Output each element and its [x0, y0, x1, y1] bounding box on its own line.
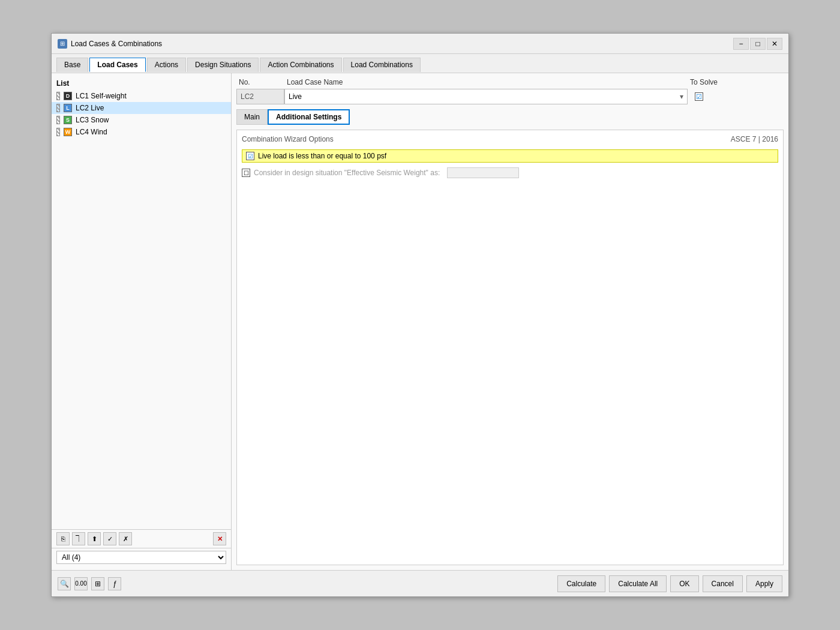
tab-load-combinations[interactable]: Load Combinations	[343, 58, 421, 72]
lc2-stripe	[56, 104, 60, 112]
tab-additional-settings[interactable]: Additional Settings	[268, 109, 350, 125]
main-window: ⊞ Load Cases & Combinations − □ ✕ Base L…	[51, 33, 789, 597]
function-icon-button[interactable]: ƒ	[108, 577, 121, 590]
lc4-label: LC4 Wind	[76, 128, 226, 136]
copy-button[interactable]: ⎘	[56, 532, 70, 545]
lc4-stripe	[56, 128, 60, 136]
sidebar-filter: All (4)	[52, 548, 231, 566]
lc1-color-box: D	[64, 92, 72, 100]
column-headers: No. Load Case Name To Solve	[236, 78, 784, 86]
window-title: Load Cases & Combinations	[71, 40, 162, 48]
close-button[interactable]: ✕	[767, 38, 782, 50]
sidebar-header: List	[52, 77, 231, 90]
tab-load-cases[interactable]: Load Cases	[89, 58, 145, 72]
number-icon-button[interactable]: 0.00	[74, 577, 88, 590]
list-item-lc1[interactable]: D LC1 Self-weight	[52, 90, 231, 102]
bottom-left: 🔍 0.00 ⊞ ƒ	[58, 577, 121, 590]
list-item-lc4[interactable]: W LC4 Wind	[52, 126, 231, 138]
minimize-button[interactable]: −	[733, 38, 749, 50]
bottom-right: Calculate Calculate All OK Cancel Apply	[557, 575, 782, 592]
wizard-title: Combination Wizard Options	[242, 135, 334, 143]
seismic-label: Consider in design situation "Effective …	[254, 169, 440, 177]
lc-name-dropdown[interactable]: Live ▾	[284, 89, 688, 104]
search-icon-button[interactable]: 🔍	[58, 577, 71, 590]
seismic-checkbox[interactable]: ☐	[242, 169, 250, 177]
sidebar-toolbar: ⎘ ⏋ ⬆ ✓ ✗ ✕	[52, 529, 231, 548]
cancel-button[interactable]: Cancel	[703, 575, 743, 592]
ok-button[interactable]: OK	[670, 575, 698, 592]
content-panel: No. Load Case Name To Solve LC2 Live ▾ ☑…	[232, 73, 788, 570]
lc-solve-cell: ☑	[688, 89, 784, 104]
col-solve-label: To Solve	[688, 78, 784, 86]
tab-actions[interactable]: Actions	[147, 58, 186, 72]
table-icon-button[interactable]: ⊞	[91, 577, 104, 590]
lc3-stripe	[56, 116, 60, 124]
maximize-button[interactable]: □	[750, 38, 766, 50]
tab-action-combinations[interactable]: Action Combinations	[260, 58, 341, 72]
dropdown-arrow-icon: ▾	[680, 92, 683, 101]
lc-number-display: LC2	[236, 89, 284, 104]
tab-design-situations[interactable]: Design Situations	[187, 58, 259, 72]
title-bar-left: ⊞ Load Cases & Combinations	[58, 39, 162, 49]
main-content: List D LC1 Self-weight L LC2 Live S LC3 …	[52, 73, 788, 570]
list-item-lc3[interactable]: S LC3 Snow	[52, 114, 231, 126]
import-button[interactable]: ⬆	[88, 532, 101, 545]
selected-row: LC2 Live ▾ ☑	[236, 89, 784, 104]
lc2-color-box: L	[64, 104, 72, 112]
title-bar: ⊞ Load Cases & Combinations − □ ✕	[52, 34, 788, 54]
lc1-stripe	[56, 92, 60, 100]
live-load-checkbox[interactable]: ☑	[246, 152, 254, 160]
paste-button[interactable]: ⏋	[72, 532, 85, 545]
wizard-option-live-load: ☑ Live load is less than or equal to 100…	[242, 149, 778, 163]
calculate-button[interactable]: Calculate	[557, 575, 605, 592]
solve-checkbox[interactable]: ☑	[695, 92, 703, 101]
lc3-color-box: S	[64, 116, 72, 124]
wizard-standard: ASCE 7 | 2016	[731, 135, 778, 143]
wizard-section: Combination Wizard Options ASCE 7 | 2016…	[236, 130, 784, 565]
tab-base[interactable]: Base	[56, 58, 88, 72]
lc3-label: LC3 Snow	[76, 116, 226, 124]
col-no-label: No.	[236, 78, 284, 86]
delete-button[interactable]: ✕	[213, 532, 226, 545]
check-button[interactable]: ✓	[103, 532, 116, 545]
tab-main[interactable]: Main	[236, 109, 268, 125]
lc2-label: LC2 Live	[76, 104, 226, 112]
wizard-option-seismic: ☐ Consider in design situation "Effectiv…	[242, 167, 778, 178]
wizard-header: Combination Wizard Options ASCE 7 | 2016	[242, 135, 778, 143]
calculate-all-button[interactable]: Calculate All	[609, 575, 667, 592]
seismic-input[interactable]	[447, 167, 519, 178]
col-name-label: Load Case Name	[284, 78, 688, 86]
list-item-lc2[interactable]: L LC2 Live	[52, 102, 231, 114]
main-tabs-bar: Base Load Cases Actions Design Situation…	[52, 54, 788, 73]
lc4-color-box: W	[64, 128, 72, 136]
window-icon: ⊞	[58, 39, 67, 49]
sidebar: List D LC1 Self-weight L LC2 Live S LC3 …	[52, 73, 232, 570]
lc1-label: LC1 Self-weight	[76, 92, 226, 100]
filter-dropdown[interactable]: All (4)	[56, 551, 226, 564]
uncheck-button[interactable]: ✗	[119, 532, 132, 545]
inner-tabs: Main Additional Settings	[236, 109, 784, 125]
live-load-label: Live load is less than or equal to 100 p…	[258, 152, 386, 160]
bottom-bar: 🔍 0.00 ⊞ ƒ Calculate Calculate All OK Ca…	[52, 570, 788, 596]
apply-button[interactable]: Apply	[746, 575, 782, 592]
title-bar-controls: − □ ✕	[733, 38, 782, 50]
